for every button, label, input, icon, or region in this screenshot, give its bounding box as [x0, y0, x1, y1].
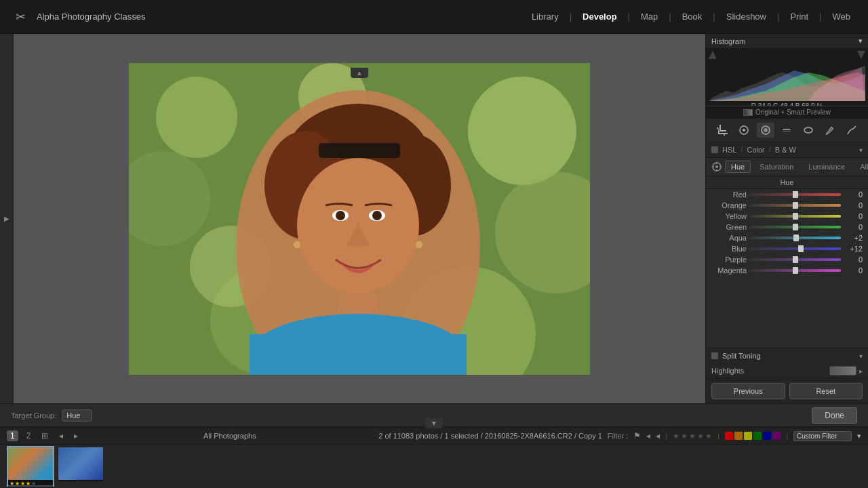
filmstrip-prev-icon[interactable]: ◂	[56, 430, 66, 442]
histogram-right-arrow[interactable]	[857, 51, 865, 59]
hsl-nav-hsl[interactable]: HSL	[722, 146, 736, 154]
hsl-nav-color[interactable]: Color	[747, 146, 764, 154]
thumb-image-2	[58, 447, 103, 480]
star-4[interactable]: ★	[697, 432, 704, 441]
top-panel-toggle[interactable]: ▲	[351, 68, 368, 78]
filmstrip-thumb-1[interactable]: ★ ★ ★ ★ ★	[7, 446, 54, 487]
highlights-swatch[interactable]	[829, 366, 856, 375]
slider-row-red: Red0	[706, 189, 868, 200]
slider-track-orange[interactable]	[749, 204, 841, 207]
tool-tone-curve[interactable]	[843, 123, 861, 138]
slider-label-aqua: Aqua	[711, 234, 747, 242]
slider-label-green: Green	[711, 223, 747, 231]
slider-thumb-red[interactable]	[793, 191, 798, 198]
slider-thumb-orange[interactable]	[793, 202, 798, 209]
svg-rect-30	[783, 133, 791, 134]
filter-flag-icon[interactable]: ⚑	[633, 431, 641, 441]
nav-print[interactable]: Print	[783, 9, 815, 24]
histogram-left-arrow[interactable]	[709, 51, 717, 59]
svg-point-1	[156, 77, 237, 158]
slider-track-red[interactable]	[749, 193, 841, 196]
tool-redeye[interactable]	[757, 123, 774, 138]
slider-label-magenta: Magenta	[711, 266, 747, 274]
slider-track-green[interactable]	[749, 226, 841, 228]
thumb-1-star-5: ★	[31, 481, 36, 487]
slider-track-yellow[interactable]	[749, 215, 841, 218]
split-toning-collapse[interactable]	[711, 352, 718, 359]
filter-arrow-icon[interactable]: ◂	[646, 431, 650, 441]
slider-label-red: Red	[711, 190, 747, 199]
star-1[interactable]: ★	[673, 432, 679, 441]
tab-saturation[interactable]: Saturation	[753, 161, 800, 173]
slider-thumb-aqua[interactable]	[793, 235, 799, 241]
nav-slideshow[interactable]: Slideshow	[719, 9, 773, 24]
slider-row-magenta: Magenta0	[706, 265, 868, 276]
histogram-chevron-icon: ▾	[859, 37, 863, 45]
flag-green[interactable]	[753, 432, 762, 440]
filter-angle-icon[interactable]: ◂	[656, 431, 660, 441]
star-5[interactable]: ★	[705, 432, 712, 441]
color-flags	[725, 432, 781, 440]
target-group-select[interactable]: Hue	[62, 409, 92, 422]
tool-spot[interactable]	[735, 123, 753, 138]
slider-thumb-green[interactable]	[793, 224, 798, 230]
app-icon[interactable]: ✂	[11, 7, 30, 26]
sep1: |	[665, 432, 667, 440]
tab-luminance[interactable]: Luminance	[802, 161, 851, 173]
filmstrip-grid-icon[interactable]: ⊞	[39, 430, 51, 442]
star-2[interactable]: ★	[681, 432, 688, 441]
slider-thumb-purple[interactable]	[793, 256, 798, 263]
histogram-header[interactable]: Histogram ▾	[706, 34, 868, 48]
tool-crop[interactable]	[713, 123, 731, 138]
highlights-arrow-icon[interactable]: ▸	[859, 367, 863, 375]
target-adjust-icon[interactable]	[711, 161, 722, 172]
filmstrip-next-icon[interactable]: ▸	[71, 430, 81, 442]
slider-row-purple: Purple0	[706, 254, 868, 265]
slider-thumb-yellow[interactable]	[793, 213, 798, 220]
flag-red[interactable]	[725, 432, 733, 440]
histogram-section: Histogram ▾	[706, 34, 868, 119]
hsl-section-header[interactable]: HSL / Color / B & W ▾	[706, 142, 868, 158]
nav-develop[interactable]: Develop	[576, 9, 624, 24]
tab-all[interactable]: All	[854, 161, 868, 173]
nav-web[interactable]: Web	[826, 9, 858, 24]
tool-radial[interactable]	[800, 123, 817, 138]
reset-button[interactable]: Reset	[789, 383, 863, 399]
collapse-bottom-btn[interactable]: ▼	[425, 418, 443, 428]
slider-track-purple[interactable]	[749, 258, 841, 261]
tab-hue[interactable]: Hue	[725, 161, 751, 173]
hsl-nav-bw[interactable]: B & W	[775, 146, 796, 154]
slider-value-green: 0	[844, 223, 863, 231]
flag-orange[interactable]	[734, 432, 743, 440]
slider-track-blue[interactable]	[749, 247, 841, 250]
custom-filter-select[interactable]: Custom Filter	[793, 431, 852, 441]
filter-dropdown-icon[interactable]: ▾	[857, 432, 861, 441]
left-panel-toggle[interactable]: ▶	[0, 34, 14, 403]
slider-track-aqua[interactable]	[749, 237, 841, 239]
slider-thumb-magenta[interactable]	[793, 267, 798, 274]
collapse-top-btn[interactable]: ▲	[351, 68, 368, 78]
slider-row-orange: Orange0	[706, 200, 868, 211]
star-3[interactable]: ★	[689, 432, 696, 441]
hsl-collapse-btn[interactable]	[711, 146, 718, 153]
nav-map[interactable]: Map	[634, 9, 665, 24]
bottom-panel-toggle[interactable]: ▼	[425, 418, 443, 428]
filmstrip-view-2[interactable]: 2	[24, 430, 34, 442]
tool-graduated[interactable]	[778, 123, 795, 138]
svg-point-2	[468, 77, 576, 185]
tool-brush[interactable]	[821, 123, 839, 138]
nav-library[interactable]: Library	[525, 9, 566, 24]
top-nav: ✂ Alpha Photography Classes Library | De…	[0, 0, 868, 34]
nav-book[interactable]: Book	[675, 9, 709, 24]
done-button[interactable]: Done	[812, 407, 857, 424]
flag-yellow[interactable]	[744, 432, 752, 440]
flag-purple[interactable]	[772, 432, 781, 440]
split-toning-header[interactable]: Split Toning ▾	[706, 348, 868, 363]
slider-track-magenta[interactable]	[749, 269, 841, 272]
filmstrip-thumb-2[interactable]	[57, 446, 104, 487]
filmstrip-view-1[interactable]: 1	[7, 430, 18, 441]
slider-value-blue: +12	[844, 245, 863, 253]
previous-button[interactable]: Previous	[711, 383, 785, 399]
slider-thumb-blue[interactable]	[798, 245, 804, 252]
flag-blue[interactable]	[763, 432, 771, 440]
